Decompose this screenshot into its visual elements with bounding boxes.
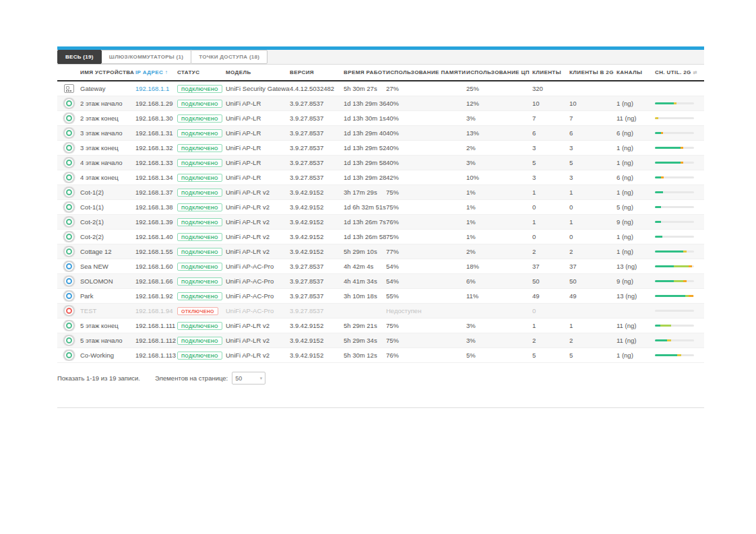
device-name: Co-Working — [80, 352, 135, 359]
device-model: UniFi AP-AC-Pro — [226, 277, 290, 285]
clients-count: 0 — [532, 307, 569, 314]
tab-all[interactable]: ВЕСЬ (19) — [57, 50, 102, 64]
device-row[interactable]: 5 этаж конец192.168.1.111ПОДКЛЮЧЕНОUniFi… — [57, 319, 704, 333]
utilization-segment — [689, 265, 692, 267]
utilization-segment — [655, 236, 662, 238]
tab-access-points[interactable]: ТОЧКИ ДОСТУПА (18) — [191, 50, 267, 64]
column-header-время-работы[interactable]: ВРЕМЯ РАБОТЫ — [344, 69, 386, 75]
device-row[interactable]: 3 этаж начало192.168.1.31ПОДКЛЮЧЕНОUniFi… — [57, 126, 704, 141]
device-row[interactable]: Cot-2(2)192.168.1.40ПОДКЛЮЧЕНОUniFi AP-L… — [57, 230, 704, 244]
device-model: UniFi AP-LR — [226, 159, 290, 166]
device-ip: 192.168.1.39 — [135, 218, 177, 226]
device-row[interactable]: SOLOMON192.168.1.66ПОДКЛЮЧЕНОUniFi AP-AC… — [57, 274, 704, 289]
device-version: 3.9.42.9152 — [290, 218, 344, 226]
cpu-usage: 3% — [466, 337, 532, 344]
column-resize-icon[interactable]: ⇄ — [693, 70, 697, 75]
cpu-usage: 6% — [466, 277, 532, 285]
channel-utilization-bar — [655, 102, 694, 104]
device-row[interactable]: Cot-1(2)192.168.1.37ПОДКЛЮЧЕНОUniFi AP-L… — [57, 185, 704, 200]
channel-utilization-bar — [655, 147, 694, 149]
cpu-usage: 10% — [466, 174, 532, 181]
clients-2g-count: 1 — [569, 218, 617, 226]
channel-utilization-bar — [655, 310, 694, 312]
device-row[interactable]: 2 этаж начало192.168.1.29ПОДКЛЮЧЕНОUniFi… — [57, 96, 704, 111]
column-header-статус[interactable]: СТАТУС — [177, 69, 226, 75]
device-uptime: 3h 10m 18s — [344, 292, 386, 300]
clients-count: 3 — [532, 174, 569, 181]
column-header-использование-памяти[interactable]: ИСПОЛЬЗОВАНИЕ ПАМЯТИ — [386, 69, 466, 75]
clients-2g-count: 10 — [569, 100, 617, 107]
clients-count: 1 — [532, 189, 569, 196]
device-version: 3.9.27.8537 — [290, 263, 344, 270]
clients-2g-count: 2 — [569, 337, 617, 344]
utilization-segment — [655, 354, 677, 356]
access-point-icon — [63, 112, 75, 124]
status-badge: ПОДКЛЮЧЕНО — [177, 85, 222, 93]
column-header-клиенты[interactable]: КЛИЕНТЫ — [532, 69, 569, 75]
device-row[interactable]: 4 этаж конец192.168.1.34ПОДКЛЮЧЕНОUniFi … — [57, 170, 704, 185]
channel: 13 (ng) — [617, 292, 655, 300]
device-ip[interactable]: 192.168.1.1 — [135, 85, 177, 92]
device-name: 2 этаж начало — [80, 100, 135, 107]
memory-usage: 75% — [386, 337, 466, 344]
utilization-segment — [667, 339, 671, 341]
utilization-segment — [655, 132, 661, 134]
ap-status-led-green — [66, 160, 72, 166]
channel: 9 (ng) — [617, 277, 655, 285]
device-model: UniFi AP-AC-Pro — [226, 307, 290, 314]
access-point-icon — [63, 127, 75, 139]
channel-utilization-bar — [655, 132, 694, 134]
channel: 6 (ng) — [617, 129, 655, 137]
device-row[interactable]: Cot-2(1)192.168.1.39ПОДКЛЮЧЕНОUniFi AP-L… — [57, 215, 704, 230]
per-page-select[interactable]: 50 ▾ — [232, 372, 265, 385]
device-row[interactable]: Cot-1(1)192.168.1.38ПОДКЛЮЧЕНОUniFi AP-L… — [57, 200, 704, 215]
device-row[interactable]: Gateway192.168.1.1ПОДКЛЮЧЕНОUniFi Securi… — [57, 81, 704, 96]
utilization-segment — [655, 339, 667, 341]
device-ip: 192.168.1.55 — [135, 248, 177, 255]
device-row[interactable]: Park192.168.1.92ПОДКЛЮЧЕНОUniFi AP-AC-Pr… — [57, 289, 704, 304]
utilization-segment — [674, 265, 689, 267]
access-point-icon — [63, 187, 75, 198]
status-badge: ПОДКЛЮЧЕНО — [177, 174, 222, 182]
device-row[interactable]: 5 этаж начало192.168.1.112ПОДКЛЮЧЕНОUniF… — [57, 333, 704, 348]
column-header-имя-устройства[interactable]: ИМЯ УСТРОЙСТВА — [80, 69, 135, 75]
column-header-использование-цп[interactable]: ИСПОЛЬЗОВАНИЕ ЦП — [466, 69, 532, 75]
column-header-ip-адрес[interactable]: IP АДРЕС ↑ — [135, 69, 177, 75]
memory-usage: Недоступен — [386, 307, 466, 314]
status-badge: ПОДКЛЮЧЕНО — [177, 218, 222, 226]
device-uptime: 5h 29m 34s — [344, 337, 386, 344]
device-row[interactable]: 3 этаж конец192.168.1.32ПОДКЛЮЧЕНОUniFi … — [57, 141, 704, 156]
column-header-клиенты-в-2g[interactable]: КЛИЕНТЫ В 2G — [569, 69, 617, 75]
per-page-label: Элементов на странице: — [155, 374, 228, 382]
column-header-версия[interactable]: ВЕРСИЯ — [290, 69, 344, 75]
device-row[interactable]: 2 этаж конец192.168.1.30ПОДКЛЮЧЕНОUniFi … — [57, 111, 704, 126]
status-badge: ПОДКЛЮЧЕНО — [177, 277, 222, 286]
ap-status-led-green — [66, 115, 72, 121]
device-ip: 192.168.1.31 — [135, 129, 177, 137]
memory-usage: 40% — [386, 159, 466, 166]
device-row[interactable]: 4 этаж начало192.168.1.33ПОДКЛЮЧЕНОUniFi… — [57, 156, 704, 170]
device-row[interactable]: TEST192.168.1.94ОТКЛЮЧЕНОUniFi AP-AC-Pro… — [57, 304, 704, 319]
column-header-каналы[interactable]: КАНАЛЫ — [617, 69, 655, 75]
device-version: 3.9.42.9152 — [290, 233, 344, 240]
device-version: 3.9.27.8537 — [290, 174, 344, 181]
ap-status-led-blue — [66, 278, 72, 284]
clients-2g-count: 37 — [569, 263, 617, 270]
ap-status-led-green — [66, 174, 72, 180]
memory-usage: 75% — [386, 322, 466, 329]
device-row[interactable]: Sea NEW192.168.1.60ПОДКЛЮЧЕНОUniFi AP-AC… — [57, 259, 704, 274]
tab-gateways-switches[interactable]: ШЛЮЗ/КОММУТАТОРЫ (1) — [101, 50, 191, 64]
pagination-footer: Показать 1-19 из 19 записи. Элементов на… — [57, 372, 704, 385]
device-uptime: 1d 6h 32m 51s — [344, 203, 386, 211]
channel: 9 (ng) — [617, 218, 655, 226]
column-header-модель[interactable]: МОДЕЛЬ — [226, 69, 290, 75]
clients-count: 1 — [532, 322, 569, 329]
device-model: UniFi Security Gateway 3P — [226, 85, 290, 92]
clients-count: 1 — [532, 218, 569, 226]
device-row[interactable]: Cottage 12192.168.1.55ПОДКЛЮЧЕНОUniFi AP… — [57, 244, 704, 259]
device-ip: 192.168.1.60 — [135, 263, 177, 270]
column-header-ch-util-2g[interactable]: CH. UTIL. 2G⇄ — [655, 69, 704, 75]
cpu-usage: 2% — [466, 248, 532, 255]
device-row[interactable]: Co-Working192.168.1.113ПОДКЛЮЧЕНОUniFi A… — [57, 348, 704, 363]
channel-utilization-bar — [655, 176, 694, 178]
